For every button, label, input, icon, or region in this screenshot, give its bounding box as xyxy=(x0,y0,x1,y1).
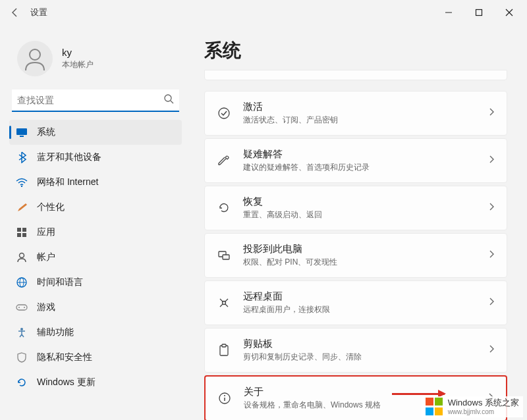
nav-label: 个性化 xyxy=(37,201,65,213)
settings-item-troubleshoot[interactable]: 疑难解答 建议的疑难解答、首选项和历史记录 xyxy=(204,138,507,183)
svg-rect-25 xyxy=(222,344,226,347)
search-box[interactable] xyxy=(12,90,179,112)
info-icon xyxy=(217,391,232,406)
chevron-right-icon xyxy=(488,155,495,167)
svg-point-7 xyxy=(21,186,22,187)
bluetooth-icon xyxy=(16,151,28,163)
sidebar-item-bluetooth[interactable]: 蓝牙和其他设备 xyxy=(9,145,182,170)
svg-rect-1 xyxy=(476,10,482,16)
maximize-button[interactable] xyxy=(464,0,494,25)
main-panel: 系统 激活 激活状态、订阅、产品密钥 疑难解答 建议的疑难解答、首选项和历史记录 xyxy=(191,25,527,420)
nav-label: 应用 xyxy=(37,226,55,238)
item-sub: 建议的疑难解答、首选项和历史记录 xyxy=(243,162,476,173)
svg-point-27 xyxy=(224,395,225,396)
close-button[interactable] xyxy=(494,0,524,25)
item-title: 远程桌面 xyxy=(243,290,476,303)
svg-rect-6 xyxy=(20,136,24,137)
item-sub: 激活状态、订阅、产品密钥 xyxy=(243,115,476,126)
item-sub: 重置、高级启动、返回 xyxy=(243,209,476,221)
item-title: 投影到此电脑 xyxy=(243,243,476,255)
sidebar-item-system[interactable]: 系统 xyxy=(9,120,182,145)
svg-rect-11 xyxy=(22,233,26,237)
update-icon xyxy=(16,377,28,388)
svg-rect-16 xyxy=(16,305,27,310)
recovery-icon xyxy=(217,201,231,215)
sidebar-item-accessibility[interactable]: 辅助功能 xyxy=(9,320,182,345)
shield-icon xyxy=(16,352,28,363)
window-title: 设置 xyxy=(30,7,47,18)
sidebar-item-privacy[interactable]: 隐私和安全性 xyxy=(9,345,182,370)
nav-label: Windows 更新 xyxy=(37,377,96,388)
svg-point-2 xyxy=(30,49,40,60)
watermark-text: Windows 系统之家 xyxy=(448,398,519,408)
svg-line-4 xyxy=(171,101,173,103)
chevron-right-icon xyxy=(488,297,495,309)
sidebar-item-update[interactable]: Windows 更新 xyxy=(9,370,182,395)
chevron-right-icon xyxy=(488,249,495,261)
back-button[interactable] xyxy=(3,0,28,25)
sidebar-item-apps[interactable]: 应用 xyxy=(9,220,182,245)
sidebar-item-time-lang[interactable]: 时间和语言 xyxy=(9,270,182,295)
partial-item xyxy=(204,70,507,80)
nav-label: 时间和语言 xyxy=(37,276,83,288)
nav-label: 帐户 xyxy=(37,251,55,263)
item-title: 剪贴板 xyxy=(243,338,476,350)
svg-rect-5 xyxy=(16,128,27,135)
svg-rect-8 xyxy=(17,228,21,232)
item-title: 疑难解答 xyxy=(243,148,476,161)
clipboard-icon xyxy=(217,343,231,357)
project-icon xyxy=(217,248,231,263)
svg-point-12 xyxy=(20,253,24,258)
chevron-right-icon xyxy=(488,344,495,356)
watermark: Windows 系统之家 www.bjjmlv.com xyxy=(422,396,523,417)
remote-icon xyxy=(217,296,231,310)
settings-item-project[interactable]: 投影到此电脑 权限、配对 PIN、可发现性 xyxy=(204,233,507,278)
svg-point-18 xyxy=(24,307,25,308)
search-icon xyxy=(163,93,174,107)
account-type: 本地帐户 xyxy=(62,59,94,70)
person-icon xyxy=(16,251,28,263)
chevron-right-icon xyxy=(488,107,495,119)
svg-point-17 xyxy=(18,307,20,308)
search-input[interactable] xyxy=(17,95,163,105)
nav-list: 系统 蓝牙和其他设备 网络和 Internet 个性化 应用 帐户 xyxy=(3,120,188,395)
watermark-url: www.bjjmlv.com xyxy=(448,408,519,416)
item-sub: 远程桌面用户，连接权限 xyxy=(243,304,476,315)
accessibility-icon xyxy=(16,327,28,338)
item-sub: 权限、配对 PIN、可发现性 xyxy=(243,257,476,268)
page-title: 系统 xyxy=(204,38,507,63)
sidebar: ky 本地帐户 系统 蓝牙和其他设备 网络和 Internet xyxy=(0,25,191,420)
item-title: 恢复 xyxy=(243,196,476,208)
avatar-icon xyxy=(17,41,53,76)
nav-label: 网络和 Internet xyxy=(37,176,98,188)
chevron-right-icon xyxy=(488,202,495,214)
user-profile[interactable]: ky 本地帐户 xyxy=(3,25,188,90)
globe-icon xyxy=(16,276,28,288)
svg-rect-9 xyxy=(22,228,26,232)
nav-label: 蓝牙和其他设备 xyxy=(37,151,101,163)
settings-item-remote[interactable]: 远程桌面 远程桌面用户，连接权限 xyxy=(204,280,507,325)
brush-icon xyxy=(16,201,28,213)
wifi-icon xyxy=(16,176,28,188)
sidebar-item-network[interactable]: 网络和 Internet xyxy=(9,170,182,195)
svg-point-3 xyxy=(165,95,171,101)
sidebar-item-accounts[interactable]: 帐户 xyxy=(9,245,182,270)
svg-rect-22 xyxy=(223,255,229,259)
sidebar-item-gaming[interactable]: 游戏 xyxy=(9,295,182,320)
item-sub: 剪切和复制历史记录、同步、清除 xyxy=(243,352,476,363)
svg-rect-10 xyxy=(17,233,21,237)
settings-item-recovery[interactable]: 恢复 重置、高级启动、返回 xyxy=(204,186,507,230)
apps-icon xyxy=(16,226,28,238)
settings-item-clipboard[interactable]: 剪贴板 剪切和复制历史记录、同步、清除 xyxy=(204,328,507,373)
nav-label: 隐私和安全性 xyxy=(37,352,92,363)
check-circle-icon xyxy=(217,106,231,120)
system-icon xyxy=(16,126,28,138)
svg-point-19 xyxy=(20,328,23,330)
item-title: 激活 xyxy=(243,101,476,113)
settings-item-activation[interactable]: 激活 激活状态、订阅、产品密钥 xyxy=(204,91,507,136)
minimize-button[interactable] xyxy=(433,0,464,25)
user-name: ky xyxy=(62,47,94,58)
svg-point-20 xyxy=(219,108,229,118)
windows-logo-icon xyxy=(426,398,444,416)
sidebar-item-personalization[interactable]: 个性化 xyxy=(9,195,182,220)
